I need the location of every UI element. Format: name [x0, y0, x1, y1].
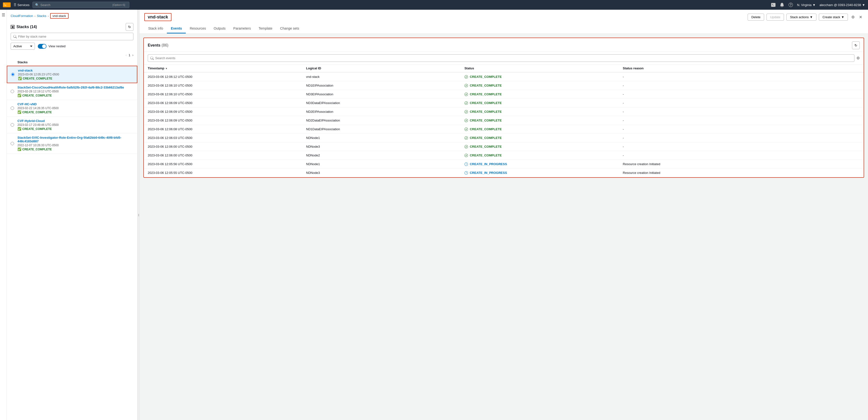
stack-status-text-1: CREATE_COMPLETE: [22, 94, 52, 97]
tab-template[interactable]: Template: [255, 24, 276, 33]
stack-item-cvf-hc-vnd[interactable]: CVF-HC-vND 2023-02-22 14:26:35 UTC-0500 …: [7, 100, 137, 117]
stack-item-svic[interactable]: StackSet-SVIC-Investigator-Role-Entire-O…: [7, 133, 137, 154]
stack-radio-cvf-hybrid[interactable]: [11, 123, 14, 127]
tab-stack-info[interactable]: Stack info: [144, 24, 167, 33]
col-header-timestamp[interactable]: Timestamp ▼: [144, 64, 302, 72]
stack-status-svic: ✅ CREATE_COMPLETE: [18, 147, 133, 151]
stack-radio-ciscocloud[interactable]: [11, 90, 14, 93]
user-dropdown-icon: ▼: [862, 3, 865, 7]
status-filter-select[interactable]: Active Deleted All: [11, 43, 35, 50]
user-menu[interactable]: aleccham @ 0393-2340-8238 ▼: [819, 3, 865, 7]
filter-stack-input[interactable]: [11, 33, 133, 40]
tab-change-sets[interactable]: Change sets: [276, 24, 303, 33]
right-content: Events (86) ↻ ⚙ Timestamp: [140, 34, 868, 420]
next-page-button[interactable]: ›: [132, 53, 133, 57]
region-label: N. Virginia: [797, 3, 812, 7]
cell-status: CREATE_COMPLETE: [461, 134, 619, 142]
stack-date-ciscocloud: 2023-02-28 12:19:12 UTC-0500: [18, 90, 133, 93]
cell-logical-id: NDNode1: [302, 134, 461, 142]
stack-radio-vnd-stack[interactable]: [11, 73, 14, 76]
status-badge: CREATE_IN_PROGRESS: [465, 171, 615, 175]
cloud-shell-icon[interactable]: [771, 2, 776, 7]
events-title: Events (86): [148, 43, 168, 48]
cell-status: CREATE_COMPLETE: [461, 81, 619, 90]
stack-detail-title: vnd-stack: [144, 13, 172, 21]
delete-button[interactable]: Delete: [748, 13, 764, 21]
cell-timestamp: 2023-03-06 12:06:09 UTC-0500: [144, 99, 302, 107]
search-input[interactable]: [40, 3, 111, 7]
tab-resources[interactable]: Resources: [186, 24, 210, 33]
region-selector[interactable]: N. Virginia ▼: [797, 3, 816, 7]
events-settings-button[interactable]: ⚙: [857, 56, 860, 60]
table-row: 2023-03-06 12:05:55 UTC-0500 NDNode3 CRE…: [144, 169, 864, 177]
events-refresh-button[interactable]: ↻: [852, 41, 860, 49]
cell-timestamp: 2023-03-06 12:06:00 UTC-0500: [144, 151, 302, 160]
status-badge: CREATE_COMPLETE: [465, 101, 615, 105]
stack-radio-cvf-hc-vnd[interactable]: [11, 107, 14, 110]
stacks-refresh-button[interactable]: ↻: [126, 23, 133, 31]
stack-item-vnd-stack[interactable]: vnd-stack 2023-03-06 12:05:23 UTC-0500 ✅…: [7, 66, 137, 83]
cell-timestamp: 2023-03-06 12:06:09 UTC-0500: [144, 107, 302, 116]
tab-outputs[interactable]: Outputs: [210, 24, 229, 33]
breadcrumb-cloudformation[interactable]: CloudFormation: [11, 14, 33, 18]
stack-actions-button[interactable]: Stack actions ▼: [786, 13, 816, 21]
tab-parameters[interactable]: Parameters: [229, 24, 254, 33]
cell-status: CREATE_COMPLETE: [461, 151, 619, 160]
stack-status-text-3: CREATE_COMPLETE: [22, 127, 52, 131]
table-row: 2023-03-06 12:06:08 UTC-0500 ND1DataEIPA…: [144, 125, 864, 134]
right-panel: vnd-stack Delete Update Stack actions ▼ …: [140, 10, 868, 420]
col-header-status[interactable]: Status: [461, 64, 619, 72]
col-header-logical-id[interactable]: Logical ID: [302, 64, 461, 72]
cell-logical-id: ND2DataEIPAssociation: [302, 116, 461, 125]
breadcrumb-stacks[interactable]: Stacks: [37, 14, 46, 18]
prev-page-button[interactable]: ‹: [125, 53, 127, 57]
services-menu[interactable]: ⠿ Services: [13, 3, 30, 7]
cell-logical-id: ND1EIPAssociation: [302, 81, 461, 90]
create-stack-button[interactable]: Create stack ▼: [819, 13, 848, 21]
cell-status: CREATE_IN_PROGRESS: [461, 169, 619, 177]
stack-icon: ▦: [11, 25, 14, 29]
close-button[interactable]: ✕: [858, 14, 863, 20]
settings-icon-button[interactable]: ⚙: [850, 14, 856, 20]
hamburger-icon[interactable]: ☰: [2, 12, 5, 17]
view-nested-label: View nested: [49, 45, 66, 48]
stack-status-cvf-hc-vnd: ✅ CREATE_COMPLETE: [18, 110, 133, 114]
stacks-count-label: Stacks (14): [17, 25, 37, 29]
events-header: Events (86) ↻: [144, 38, 864, 52]
stack-item-cvf-hybrid[interactable]: CVF-Hybrid-Cloud 2023-02-17 23:49:46 UTC…: [7, 117, 137, 133]
cell-status: CREATE_COMPLETE: [461, 116, 619, 125]
cell-timestamp: 2023-03-06 12:06:12 UTC-0500: [144, 72, 302, 81]
resize-handle[interactable]: ‖: [137, 10, 140, 420]
cell-reason: -: [619, 99, 864, 107]
events-count: (86): [161, 43, 168, 47]
col-header-reason[interactable]: Status reason: [619, 64, 864, 72]
nav-right: N. Virginia ▼ aleccham @ 0393-2340-8238 …: [771, 2, 865, 7]
breadcrumb-current: vnd-stack: [50, 13, 68, 19]
stack-name-cvf-hc-vnd: CVF-HC-vND: [18, 102, 133, 106]
cell-status: CREATE_COMPLETE: [461, 72, 619, 81]
cell-reason: -: [619, 151, 864, 160]
cell-logical-id: NDNode3: [302, 169, 461, 177]
stack-status-text-4: CREATE_COMPLETE: [22, 148, 52, 151]
stack-radio-svic[interactable]: [11, 142, 14, 145]
stacks-header: ▦ Stacks (14) ↻: [7, 21, 137, 33]
notifications-icon[interactable]: [780, 2, 784, 7]
view-nested-toggle[interactable]: [38, 44, 46, 49]
search-events-input[interactable]: [148, 54, 855, 62]
top-navigation: ⠿ Services 🔍 [Option+S] N. Virginia ▼ al…: [0, 0, 868, 10]
stack-name-vnd-stack: vnd-stack: [18, 68, 133, 72]
events-table-header: Timestamp ▼ Logical ID Status: [144, 64, 864, 72]
global-search[interactable]: 🔍 [Option+S]: [32, 2, 129, 8]
update-button[interactable]: Update: [767, 13, 784, 21]
right-header-top: vnd-stack Delete Update Stack actions ▼ …: [144, 13, 863, 21]
status-badge: CREATE_COMPLETE: [465, 127, 615, 131]
filter-controls: Active Deleted All View nested: [7, 43, 137, 52]
table-row: 2023-03-06 12:06:09 UTC-0500 ND2DataEIPA…: [144, 116, 864, 125]
help-icon[interactable]: [788, 2, 793, 7]
cell-logical-id: ND3EIPAssociation: [302, 90, 461, 99]
status-badge: CREATE_IN_PROGRESS: [465, 162, 615, 166]
cell-timestamp: 2023-03-06 12:06:10 UTC-0500: [144, 90, 302, 99]
stack-item-ciscocloud[interactable]: StackSet-CiscoCloudHealthRole-5afb52fb-2…: [7, 83, 137, 100]
cell-reason: -: [619, 116, 864, 125]
tab-events[interactable]: Events: [167, 24, 186, 33]
